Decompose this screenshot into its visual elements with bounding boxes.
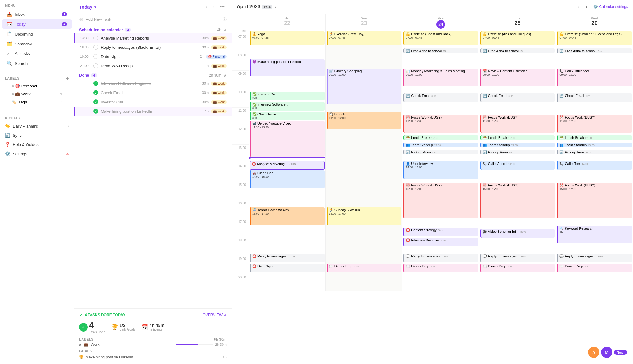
sidebar-item-today[interactable]: 📅 Today 4 (2, 19, 72, 29)
ritual-daily-planning[interactable]: ☀️ Daily Planning › (2, 121, 72, 131)
ritual-sync[interactable]: 🔄 Sync (2, 131, 72, 140)
task-item-wsj[interactable]: 21:00 Read WSJ Recap 1h 💼 Work (74, 61, 232, 70)
event-sun-grocery[interactable]: 🛒 Grocery Shopping 09:00 - 11:00 (327, 69, 401, 104)
overview-button[interactable]: OVERVIEW ∧ (203, 313, 227, 317)
event-sat-cleancar[interactable]: 🚗 Clean Car 14:00 - 15:00 (250, 170, 325, 188)
event-wed-pickupanna[interactable]: 🔄 Pick up Anna 15m (557, 150, 632, 154)
event-sun-run[interactable]: 🏃 Sunday 5 km run 16:00 - 17:00 (327, 207, 401, 225)
sidebar-item-inbox[interactable]: 📥 Inbox 1 (2, 10, 72, 19)
event-mon-checkemail[interactable]: 🔄 Check Email 30m (403, 93, 478, 102)
event-tue-focus1[interactable]: ⏰ Focus Work (BUSY) 11:30 - 12:30 (480, 115, 555, 133)
event-tue-lunch[interactable]: 🥗 Lunch Break 12:30 (480, 135, 555, 140)
event-sat-youtube[interactable]: 📹 Upload Youtube Video 11:30 - 13:30 (250, 121, 325, 157)
event-mon-contentstrategy[interactable]: ⭕ Content Strategy 30m (403, 228, 478, 236)
event-tue-dropanna[interactable]: 🔄 Drop Anna to school 15m (480, 48, 555, 53)
event-sat-tennis[interactable]: 🎾 Tennis Game w/ Alex 16:00 - 17:00 (250, 207, 325, 225)
event-mon-exercise[interactable]: 💪 Exercise (Chest and Back) 07:00 - 07:4… (403, 31, 478, 45)
event-tue-exercise[interactable]: 💪 Exercise (Abs and Obliques) 07:00 - 07… (480, 31, 555, 45)
calendar-settings-button[interactable]: ⚙️ Calendar settings (593, 5, 628, 9)
task-checkbox-done-2[interactable]: ✓ (93, 90, 98, 95)
event-sat-checkemail[interactable]: ✅ Check Email 30m (250, 112, 325, 120)
event-mon-pickupanna[interactable]: 🔄 Pick up Anna 15m (403, 150, 478, 154)
sidebar-item-alltasks[interactable]: ✓ All tasks (2, 49, 72, 58)
event-wed-calltom[interactable]: 📞 Call x Tom 14:00 (557, 161, 632, 170)
sidebar-item-someday[interactable]: 🗂️ Someday (2, 39, 72, 48)
cal-next-button[interactable]: › (583, 3, 590, 10)
event-sat-interview[interactable]: ✅ Interview Software... 30m (250, 102, 325, 111)
event-sat-reply[interactable]: ⭕ Reply to messages... 30m (250, 254, 325, 262)
scheduled-toggle-button[interactable]: ∧ (224, 28, 227, 32)
event-tue-videoscript[interactable]: 🎥 Video Script for Infl... 30m (480, 229, 555, 238)
event-sun-brunch[interactable]: 🍳 Brunch 11:00 - 12:00 (327, 112, 401, 129)
event-tue-standup[interactable]: 👥 Team Standup 13:00 (480, 143, 555, 147)
task-checkbox-3[interactable] (93, 54, 98, 59)
event-wed-focus1[interactable]: ⏰ Focus Work (BUSY) 11:30 - 12:30 (557, 115, 632, 133)
nav-next-button[interactable]: › (211, 4, 217, 10)
event-tue-checkemail[interactable]: 🔄 Check Email 30m (480, 93, 555, 102)
nav-prev-button[interactable]: ‹ (204, 4, 210, 10)
avatar-button-1[interactable]: A (588, 347, 599, 358)
label-work[interactable]: # 💼 Work 1 (7, 90, 67, 98)
add-label-button[interactable]: + (66, 76, 69, 81)
event-sat-hiring[interactable]: 💜 Make hiring post on LinkedIn 1h (250, 59, 325, 76)
sidebar-item-search[interactable]: 🔍 Search (2, 59, 72, 68)
calendar-title-button[interactable]: April 2023 W16 ∨ (237, 4, 277, 10)
event-mon-interviewdesigner[interactable]: ⭕ Interview Designer 30m (403, 238, 478, 246)
event-tue-reviewcontent[interactable]: 📅 Review Content Calendar 09:00 - 10:00 (480, 69, 555, 86)
cal-prev-button[interactable]: ‹ (576, 3, 582, 10)
event-tue-dinner[interactable]: 🍽️ Dinner Prep 30m (480, 264, 555, 272)
event-sat-investorcall[interactable]: ✅ Investor Call 30m (250, 92, 325, 100)
event-wed-reply[interactable]: 💬 Reply to messages... 30m (557, 254, 632, 262)
done-toggle-button[interactable]: ∧ (224, 73, 227, 77)
event-sat-datenight[interactable]: ⭕ Date Night (250, 264, 325, 272)
label-personal[interactable]: # 🎯 Personal (7, 82, 67, 90)
sidebar-item-upcoming[interactable]: 📋 Upcoming (2, 29, 72, 39)
event-tue-focus2[interactable]: ⏰ Focus Work (BUSY) 15:00 - 17:00 (480, 183, 555, 218)
event-wed-checkemail[interactable]: 🔄 Check Email 30m (557, 93, 632, 102)
task-checkbox-done-3[interactable]: ✓ (93, 99, 98, 104)
task-item-interview[interactable]: ✓ Interview Software Engineer 30m 💼 Work (74, 79, 232, 88)
event-wed-keyword[interactable]: 🔍 Keyword Research 1h (557, 226, 632, 243)
event-wed-dropanna[interactable]: 🔄 Drop Anna to school 15m (557, 48, 632, 53)
event-mon-focus2[interactable]: ⏰ Focus Work (BUSY) 15:00 - 17:00 (403, 183, 478, 218)
event-mon-standup[interactable]: 👥 Team Standup 13:00 (403, 143, 478, 147)
event-sun-exercise[interactable]: 🏃 Exercise (Rest Day) 07:00 - 07:45 (327, 31, 401, 45)
event-mon-focus1[interactable]: ⏰ Focus Work (BUSY) 11:30 - 12:30 (403, 115, 478, 133)
event-mon-dinner[interactable]: 🍽️ Dinner Prep 30m (403, 264, 478, 272)
task-item-investorcall[interactable]: ✓ Investor Call 30m 💼 Work (74, 97, 232, 107)
today-header-button[interactable]: Today ∨ (79, 4, 96, 10)
nav-more-button[interactable]: ••• (218, 4, 227, 10)
event-mon-dropanna[interactable]: 🔄 Drop Anna to school 15m (403, 48, 478, 53)
task-item-reply[interactable]: 18:30 Reply to messages (Slack, Email) 3… (74, 43, 232, 52)
event-mon-lunch[interactable]: 🥗 Lunch Break 12:30 (403, 135, 478, 140)
task-item-analyse[interactable]: 13:30 Analyse Marketing Reports 30m 💼 Wo… (74, 33, 232, 43)
new-badge-button[interactable]: New! (614, 350, 627, 355)
event-wed-focus2[interactable]: ⏰ Focus Work (BUSY) 15:00 - 17:00 (557, 183, 632, 218)
ritual-settings[interactable]: ⚙️ Settings ⚠ (2, 149, 72, 158)
event-wed-exercise[interactable]: 💪 Exercise (Shoulder, Biceps and Legs) 0… (557, 31, 632, 45)
event-tue-callandrei[interactable]: 📞 Call x Andrei 14:00 (480, 161, 555, 170)
task-item-hiring[interactable]: ✓ Make hiring post on LinkedIn 1h 💼 Work (74, 107, 232, 116)
task-checkbox-1[interactable] (93, 36, 98, 40)
event-sat-analyse[interactable]: ⭕ Analyse Marketing ... 30m (250, 161, 325, 170)
task-checkbox-done-1[interactable]: ✓ (93, 81, 98, 86)
task-checkbox-2[interactable] (93, 45, 98, 50)
add-task-row[interactable]: ⊕ Add New Task ⓘ (74, 14, 232, 25)
goal-item-1[interactable]: 🏆 Make hiring post on LinkedIn 1h (79, 354, 227, 360)
event-sun-dinner[interactable]: 🍽️ Dinner Prep 30m (327, 264, 401, 272)
event-wed-dinner[interactable]: 🍽️ Dinner Prep 30m (557, 264, 632, 272)
task-checkbox-done-4[interactable]: ✓ (93, 109, 98, 114)
task-checkbox-4[interactable] (93, 63, 98, 68)
event-wed-lunch[interactable]: 🥗 Lunch Break 12:30 (557, 135, 632, 140)
avatar-button-2[interactable]: M (601, 347, 612, 358)
event-mon-reply[interactable]: 💬 Reply to messages... 30m (403, 254, 478, 262)
task-item-datenight[interactable]: 19:00 Date Night 2h 🎯 Personal (74, 52, 232, 61)
task-item-checkemail[interactable]: ✓ Check Email 30m 💼 Work (74, 88, 232, 97)
tags-item[interactable]: 🏷️ Tags › (7, 98, 67, 106)
event-mon-userinterview[interactable]: 👤 User Interview 14:00 - 15:00 (403, 161, 478, 179)
ritual-help[interactable]: ❓ Help & Guides (2, 140, 72, 149)
event-wed-standup[interactable]: 👥 Team Standup 13:00 (557, 143, 632, 147)
event-tue-reply[interactable]: 💬 Reply to messages... 30m (480, 254, 555, 262)
event-mon-marketing[interactable]: 📊 Monday Marketing & Sales Meeting 09:00… (403, 69, 478, 86)
event-wed-callinfluencer[interactable]: 📞 Call x Influencer 09:00 - 10:00 (557, 69, 632, 86)
